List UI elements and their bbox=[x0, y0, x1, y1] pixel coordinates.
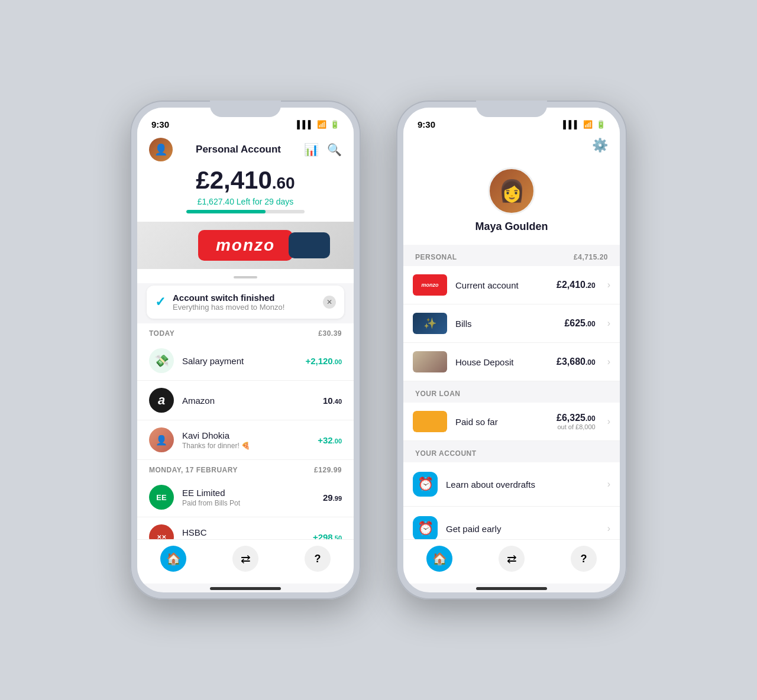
balance-amount: £2,410.60 bbox=[196, 166, 295, 195]
budget-progress bbox=[186, 210, 305, 213]
monzo-card[interactable]: monzo bbox=[198, 230, 293, 261]
loan-name: Paid so far bbox=[455, 417, 548, 427]
clock-icon-2: ⏰ bbox=[418, 521, 434, 536]
user-avatar-large[interactable]: 👩 bbox=[488, 167, 535, 215]
feature-overdraft[interactable]: ⏰ Learn about overdrafts › bbox=[403, 462, 620, 507]
header-icons: 📊 🔍 bbox=[304, 142, 342, 157]
home-indicator-2 bbox=[476, 587, 547, 590]
get-paid-chevron: › bbox=[607, 523, 610, 534]
salary-icon: 💸 bbox=[149, 348, 174, 373]
notification-title: Account switch finished bbox=[173, 293, 284, 303]
bottom-nav-1: 🏠 ⇄ ? bbox=[137, 539, 354, 584]
loan-chevron: › bbox=[607, 416, 610, 427]
notification-subtitle: Everything has moved to Monzo! bbox=[173, 303, 284, 312]
kavi-name: Kavi Dhokia bbox=[182, 430, 309, 440]
bottom-nav-2: 🏠 ⇄ ? bbox=[403, 539, 620, 584]
signal-icon: ▌▌▌ bbox=[297, 120, 313, 129]
home-indicator-1 bbox=[210, 587, 281, 590]
home-icon-2: 🏠 bbox=[426, 546, 452, 572]
section-today-label: TODAY bbox=[149, 329, 174, 338]
transaction-kavi[interactable]: 👤 Kavi Dhokia Thanks for dinner! 🍕 +32.0… bbox=[137, 420, 354, 460]
notch-1 bbox=[210, 101, 281, 117]
current-name: Current account bbox=[455, 280, 548, 290]
current-info: Current account bbox=[455, 280, 548, 290]
account-loan[interactable]: Paid so far £6,325.00 out of £8,000 › bbox=[403, 403, 620, 441]
balance-sub: £1,627.40 Left for 29 days bbox=[198, 197, 294, 206]
transfers-icon-2: ⇄ bbox=[499, 546, 525, 572]
accounts-section: PERSONAL £4,715.20 monzo Current account… bbox=[403, 245, 620, 539]
account-title: Personal Account bbox=[196, 144, 281, 155]
house-card-thumb bbox=[413, 351, 447, 372]
battery-icon-2: 🔋 bbox=[596, 120, 606, 129]
search-icon[interactable]: 🔍 bbox=[327, 142, 342, 157]
ee-name: EE Limited bbox=[182, 488, 315, 498]
dark-card bbox=[289, 232, 330, 258]
account-header: 👤 Personal Account 📊 🔍 £2,410.60 £1,627.… bbox=[137, 133, 354, 222]
wifi-icon: 📶 bbox=[317, 120, 326, 129]
status-icons-2: ▌▌▌ 📶 🔋 bbox=[563, 120, 606, 129]
nav-home-1[interactable]: 🏠 bbox=[160, 546, 186, 572]
time-1: 9:30 bbox=[151, 119, 169, 129]
wifi-icon-2: 📶 bbox=[583, 120, 593, 129]
help-icon-1: ? bbox=[305, 546, 331, 572]
bills-chevron: › bbox=[607, 318, 610, 329]
transaction-salary[interactable]: 💸 Salary payment +2,120.00 bbox=[137, 341, 354, 381]
bills-card-thumb: ✨ bbox=[413, 313, 447, 334]
house-amount: £3,680.00 bbox=[557, 357, 596, 367]
nav-transfers-2[interactable]: ⇄ bbox=[499, 546, 525, 572]
signal-icon-2: ▌▌▌ bbox=[563, 120, 580, 129]
user-avatar[interactable]: 👤 bbox=[149, 138, 173, 161]
gold-card bbox=[413, 411, 447, 432]
house-info: House Deposit bbox=[455, 357, 548, 367]
screen-1: 9:30 ▌▌▌ 📶 🔋 👤 Personal Account 📊 🔍 £2,4… bbox=[137, 108, 354, 592]
nav-help-2[interactable]: ? bbox=[571, 546, 597, 572]
get-paid-name: Get paid early bbox=[446, 524, 596, 534]
transaction-amazon[interactable]: a Amazon 10.40 bbox=[137, 381, 354, 420]
section-monday-total: £129.99 bbox=[314, 466, 342, 474]
kavi-info: Kavi Dhokia Thanks for dinner! 🍕 bbox=[182, 430, 309, 450]
pie-chart-icon[interactable]: 📊 bbox=[304, 142, 319, 157]
feature-get-paid[interactable]: ⏰ Get paid early › bbox=[403, 507, 620, 539]
section-monday: MONDAY, 17 FEBRUARY £129.99 bbox=[137, 460, 354, 478]
house-chevron: › bbox=[607, 357, 610, 367]
nav-home-2[interactable]: 🏠 bbox=[426, 546, 452, 572]
home-icon-1: 🏠 bbox=[160, 546, 186, 572]
loan-amount: £6,325.00 bbox=[557, 413, 596, 423]
check-icon: ✓ bbox=[155, 294, 166, 310]
transaction-hsbc[interactable]: ✕✕ HSBC Account switch balance transfer … bbox=[137, 517, 354, 539]
section-monday-label: MONDAY, 17 FEBRUARY bbox=[149, 466, 238, 474]
hsbc-icon: ✕✕ bbox=[149, 524, 174, 539]
phone-2: 9:30 ▌▌▌ 📶 🔋 ⚙️ 👩 Maya Goulden PERSONAL … bbox=[396, 101, 627, 599]
account-house[interactable]: House Deposit £3,680.00 › bbox=[403, 343, 620, 381]
notification-close[interactable]: ✕ bbox=[323, 296, 336, 309]
phone-1: 9:30 ▌▌▌ 📶 🔋 👤 Personal Account 📊 🔍 £2,4… bbox=[130, 101, 361, 599]
profile-name: Maya Goulden bbox=[475, 221, 548, 233]
card-area: monzo bbox=[137, 222, 354, 269]
settings-icon[interactable]: ⚙️ bbox=[592, 138, 608, 153]
overdraft-name: Learn about overdrafts bbox=[446, 479, 596, 490]
loan-amount-wrapper: £6,325.00 out of £8,000 bbox=[557, 413, 596, 430]
house-name: House Deposit bbox=[455, 357, 548, 367]
nav-help-1[interactable]: ? bbox=[305, 546, 331, 572]
ee-amount: 29.99 bbox=[323, 492, 342, 503]
section-today: TODAY £30.39 bbox=[137, 323, 354, 341]
account-current[interactable]: monzo Current account £2,410.20 › bbox=[403, 266, 620, 304]
header-top-row: 👤 Personal Account 📊 🔍 bbox=[149, 138, 342, 161]
personal-section-label: PERSONAL £4,715.20 bbox=[403, 245, 620, 266]
profile-section: 👩 Maya Goulden bbox=[403, 161, 620, 245]
status-icons-1: ▌▌▌ 📶 🔋 bbox=[297, 120, 339, 129]
loan-info: Paid so far bbox=[455, 417, 548, 427]
scroll-indicator bbox=[234, 276, 257, 278]
nav-transfers-1[interactable]: ⇄ bbox=[232, 546, 258, 572]
transaction-ee[interactable]: EE EE Limited Paid from Bills Pot 29.99 bbox=[137, 478, 354, 517]
hsbc-amount: +298.50 bbox=[313, 532, 342, 540]
transfers-icon-1: ⇄ bbox=[232, 546, 258, 572]
salary-info: Salary payment bbox=[182, 356, 297, 366]
kavi-amount: +32.00 bbox=[318, 435, 342, 445]
your-account-title: YOUR ACCOUNT bbox=[415, 449, 477, 458]
budget-progress-fill bbox=[186, 210, 266, 213]
account-bills[interactable]: ✨ Bills £625.00 › bbox=[403, 304, 620, 343]
personal-label: PERSONAL bbox=[415, 253, 457, 261]
amazon-icon: a bbox=[149, 388, 174, 413]
notification-banner[interactable]: ✓ Account switch finished Everything has… bbox=[147, 286, 344, 319]
